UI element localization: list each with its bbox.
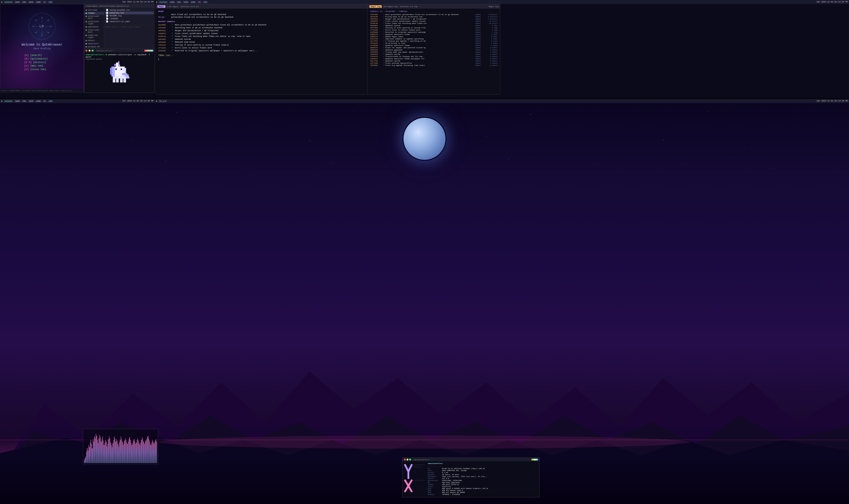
log-20[interactable]: e4e563c * Updated uwunicorn theme wallpa…: [370, 58, 498, 60]
log-21[interactable]: b3c77da * Updated system Emmet 3 weeks: [370, 60, 498, 62]
vis-bar: [97, 440, 98, 463]
log-16[interactable]: b0b0102 * Updated pypyland Emmet 2 weeks: [370, 49, 498, 51]
fm-sidebar[interactable]: ald-hope themes selenized-dark selenized…: [84, 8, 104, 48]
vis-bar: [100, 435, 100, 463]
vis-bar: [156, 439, 156, 463]
vis-bar: [134, 442, 135, 463]
log-8[interactable]: a2650d0 * Reverted to original uwunicorn…: [370, 31, 498, 33]
vis-bar: [149, 438, 149, 463]
neofetch-close[interactable]: [404, 459, 406, 461]
fm-main[interactable]: 📄 background256.txt 📄 polarity.txt 📄 REA…: [104, 8, 155, 48]
sidebar-uwunicorn[interactable]: uwunicorn: [84, 42, 104, 45]
status-1: 1%: [43, 1, 47, 3]
qute-menu-quickmarks[interactable]: [b] [Quickmarks]: [24, 57, 60, 60]
neofetch-os: OS: NixOS 23.11.20231102.fa498a6 (Tapir)…: [428, 468, 538, 469]
vis-bar: [129, 439, 129, 463]
sidebar-solarized-dark[interactable]: solarized-dark: [84, 29, 104, 34]
svg-rect-32: [118, 61, 120, 65]
commit-9[interactable]: a2650d0 * Reverted to original uwunicorn…: [158, 50, 365, 52]
commit-7[interactable]: 73543c0 * Testing if auto-cpufreq is sys…: [158, 44, 365, 47]
todos-section: TODOs (14)... ▌: [158, 54, 365, 60]
status-11: 11%: [48, 1, 53, 3]
log-6[interactable]: 5af793d * Testing if auto-cpufreq is sys…: [370, 27, 498, 29]
vis-bar: [130, 440, 131, 463]
fm-file-license[interactable]: 📄 LICENSE: [105, 17, 153, 20]
recent-commits-title: Recent commits: [158, 21, 365, 23]
qute-menu-closetab[interactable]: [x] [Close tab]: [24, 68, 60, 71]
log-15[interactable]: b0b6276 * Fixes for waybar and patched c…: [370, 47, 498, 49]
vis-bar: [136, 443, 137, 463]
magit-log-content[interactable]: Commits in --branches --remotes 4f9c383 …: [368, 8, 500, 94]
status-100-r: 100%: [169, 1, 175, 3]
bottom-status-icon-l: ▶: [1, 100, 2, 102]
svg-point-10: [33, 26, 34, 27]
log-1[interactable]: e9fdc86 * Fixing back to gh as screensho…: [370, 16, 498, 18]
svg-line-9: [36, 29, 39, 33]
log-17[interactable]: e50f953 * Trying some new power optimiza…: [370, 51, 498, 53]
commit-3[interactable]: 44060f0 * Fixes recent qutebrowser updat…: [158, 32, 365, 35]
log-23[interactable]: d3f3561 * Fixes org agenda following roa…: [370, 64, 498, 66]
commit-5[interactable]: bdd2d03 * Updated system: [158, 38, 365, 41]
min-dot[interactable]: [89, 50, 90, 52]
sidebar-selenized-light[interactable]: selenized-light: [84, 20, 104, 25]
fm-file-readme[interactable]: 📄 README.org: [105, 14, 153, 17]
qute-menu-search[interactable]: [o] [Search]: [24, 54, 60, 57]
log-22[interactable]: d3771b8 * Fixes youtube hyprprofile Emme…: [370, 62, 498, 64]
close-dot[interactable]: [86, 50, 87, 52]
log-12[interactable]: e1c7253 * I finally got agenda + syncthi…: [370, 40, 498, 42]
sidebar-tomorrow-night[interactable]: tomorrow-night: [84, 34, 104, 39]
bottom-status-time-l: Sat 2023-11-04 02:13:20 PM: [123, 100, 153, 102]
qute-menu-newtab[interactable]: [t] [New tab]: [24, 64, 60, 68]
log-2[interactable]: 490f01a * Ranger dnd optimization + qb f…: [370, 18, 498, 20]
svg-point-51: [132, 139, 133, 139]
cursor-indicator: ▌: [158, 58, 365, 60]
qute-menu-history[interactable]: [S h] [History]: [24, 60, 60, 64]
color-gradient: [144, 50, 153, 52]
log-13[interactable]: df4eee6 * 3d printing is cool Emmet 3 da…: [370, 42, 498, 44]
magit-content[interactable]: Head: main Fixed all screenshots to be o…: [156, 8, 367, 94]
fm-file-yaml[interactable]: 📄 uwunicorn-yt.yaml: [105, 20, 153, 23]
log-0[interactable]: 4f9c383 * main gitea/main github/main Fi…: [370, 14, 498, 16]
neofetch-min[interactable]: [407, 459, 408, 461]
status-59: 59%: [22, 1, 26, 3]
sidebar-selenized-dark[interactable]: selenized-dark: [84, 15, 104, 20]
sidebar-ubuntu[interactable]: ubuntu: [84, 39, 104, 42]
commit-1[interactable]: ef0c50b * Switching back to gh as screen…: [158, 26, 365, 29]
neofetch-max[interactable]: [409, 459, 411, 461]
commit-4[interactable]: 0700c48 * Fixes flake not building when …: [158, 35, 365, 38]
svg-point-11: [50, 26, 51, 27]
vis-bar: [98, 443, 98, 463]
neofetch-uptime: Uptime: 19 hours, 35 mins: [428, 474, 538, 475]
log-11[interactable]: e811f28 * Improved comment on agenda syn…: [370, 38, 498, 40]
commit-6[interactable]: a950d60 * Removed some bloat: [158, 41, 365, 43]
svg-text:L: L: [39, 24, 41, 28]
magit-left-pane: Magit 1.8k magit: .dotfiles 32:0 All Hea…: [156, 4, 367, 94]
commit-2[interactable]: 490f01a * Ranger dnd optimization + qb f…: [158, 30, 365, 32]
commit-0[interactable]: dee0888 * main gitea/main gitlab/main gi…: [158, 24, 365, 26]
neofetch-kernel: Kernel: 6.1.60: [428, 472, 538, 473]
log-10[interactable]: bd00270 * Added magit-todos Emmet 3 days: [370, 36, 498, 38]
sidebar-themes[interactable]: themes: [84, 12, 104, 15]
log-18[interactable]: 5a946a4 * Updated system Emmet 2 weeks: [370, 53, 498, 55]
svg-point-44: [354, 110, 354, 110]
log-9[interactable]: bd00270 * Updated uwunicorn theme Emmet …: [370, 33, 498, 35]
svg-point-53: [309, 141, 310, 141]
max-dot[interactable]: [92, 50, 93, 52]
svg-point-57: [663, 140, 664, 140]
sidebar-spaceduck[interactable]: spaceduck: [84, 25, 104, 29]
commit-8[interactable]: 277dc04 * Extra lines to ensure flakes w…: [158, 47, 365, 49]
log-7[interactable]: 277dc04 * Extra lines to ensure flakes w…: [370, 29, 498, 31]
vis-bar: [98, 438, 99, 463]
log-14[interactable]: cefd230 * Updated uwunicorn theme Emmet …: [370, 44, 498, 47]
log-5[interactable]: bdd2d03 * Updated system Emmet 1 day: [370, 24, 498, 26]
log-3[interactable]: 44060f0 * Fixes recent qutebrowser updat…: [370, 20, 498, 22]
bottom-status-icons-r: ⬛ ☁ ⌨: [159, 100, 167, 102]
vis-bar: [143, 439, 143, 463]
fm-file-polarity[interactable]: 📄 polarity.txt: [105, 12, 153, 14]
log-4[interactable]: 0700c48 * Fixes flake not building when …: [370, 22, 498, 24]
status-59-r: 59%: [177, 1, 181, 3]
sidebar-windows-95[interactable]: windows-95: [84, 45, 104, 48]
log-19[interactable]: 7d7a174 * Transitioned to flatpak obs fo…: [370, 55, 498, 57]
fm-file-bg[interactable]: 📄 background256.txt: [105, 8, 153, 12]
sidebar-ald-hope[interactable]: ald-hope: [84, 8, 104, 12]
